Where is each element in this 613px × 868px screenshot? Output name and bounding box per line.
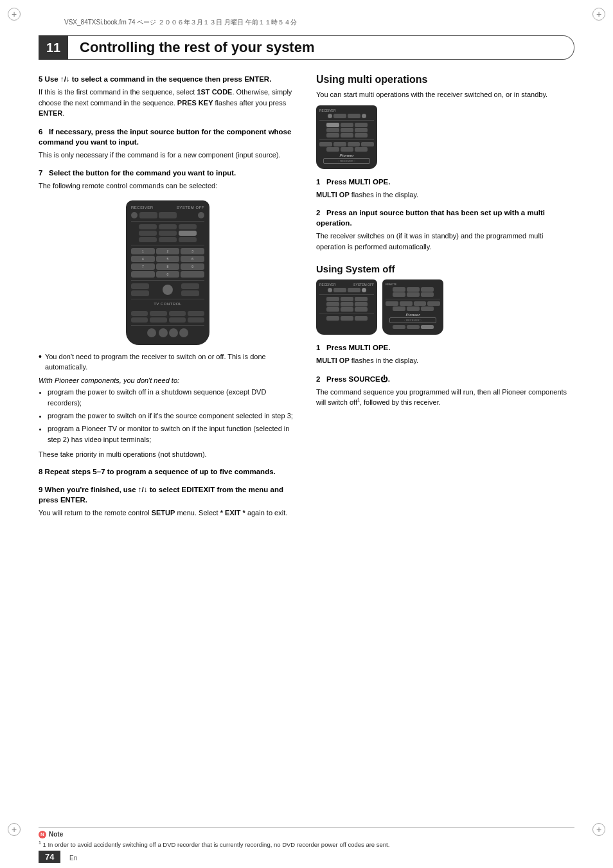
remote-diagram: RECEIVER SYSTEM OFF <box>39 200 297 345</box>
multi-ops-text: You can start multi operations with the … <box>316 89 574 100</box>
note-label: N Note <box>39 831 574 838</box>
system-off-step2-heading: 2 Press SOURCE⏻. <box>316 374 574 384</box>
system-off-remote-2: REMOTE <box>382 279 443 335</box>
chapter-number: 11 <box>39 35 68 60</box>
system-off-step1-text: MULTI OP flashes in the display. <box>316 355 574 366</box>
multi-step1-text: MULTI OP flashes in the display. <box>316 190 574 200</box>
step6-text: This is only necessary if the command is… <box>39 150 297 161</box>
chapter-title-box: Controlling the rest of your system <box>68 35 574 60</box>
system-off-remote-row: RECEIVER SYSTEM OFF <box>316 279 574 335</box>
reg-mark-br <box>592 823 605 836</box>
step8-heading: 8 Repeat steps 5–7 to program a sequence… <box>39 466 297 477</box>
system-off-step1-heading: 1 Press MULTI OPE. <box>316 342 574 353</box>
italic-intro: With Pioneer components, you don't need … <box>39 376 297 384</box>
pioneer-bullets: program the power to switch off in a shu… <box>48 387 297 445</box>
left-column: 5 Use ↑/↓ to select a command in the seq… <box>39 74 297 522</box>
multi-ops-remote: RECEIVER <box>316 105 377 169</box>
priority-text: These take priority in multi operations … <box>39 449 297 460</box>
reg-mark-tr <box>592 8 605 21</box>
note-section: N Note 1 1 In order to avoid accidently … <box>39 827 574 849</box>
system-off-step2-text: The command sequence you programmed will… <box>316 387 574 408</box>
multi-step1-heading: 1 Press MULTI OPE. <box>316 177 574 187</box>
step5-text: If this is the first command in the sequ… <box>39 87 297 119</box>
step6-heading: 6 If necessary, press the input source b… <box>39 127 297 147</box>
main-content: 5 Use ↑/↓ to select a command in the seq… <box>39 74 574 817</box>
bullet-3: program a Pioneer TV or monitor to switc… <box>48 423 297 445</box>
multi-step2-text: The receiver switches on (if it was in s… <box>316 231 574 252</box>
reg-mark-tl <box>8 8 21 21</box>
file-info: VSX_84TXSi.book.fm 74 ページ ２００６年３月１３日 月曜日… <box>64 18 297 27</box>
remote-image: RECEIVER SYSTEM OFF <box>126 200 209 345</box>
step9-heading: 9 When you're finished, use ↑/↓ to selec… <box>39 484 297 505</box>
step7-text: The following remote control commands ca… <box>39 181 297 191</box>
step9-text: You will return to the remote control SE… <box>39 508 297 518</box>
bullet-1: program the power to switch off in a shu… <box>48 387 297 409</box>
auto-bullet: • You don't need to program the receiver… <box>39 351 297 373</box>
multi-ops-heading: Using multi operations <box>316 74 574 85</box>
reg-mark-bl <box>8 823 21 836</box>
right-column: Using multi operations You can start mul… <box>316 74 574 522</box>
multi-ops-remote-row: RECEIVER <box>316 105 574 169</box>
page-number: 74 <box>39 851 60 863</box>
system-off-remote-1: RECEIVER SYSTEM OFF <box>316 279 377 335</box>
step5-heading: 5 Use ↑/↓ to select a command in the seq… <box>39 74 297 84</box>
multi-step2-heading: 2 Press an input source button that has … <box>316 208 574 228</box>
chapter-title: Controlling the rest of your system <box>80 39 315 56</box>
note-text: 1 1 In order to avoid accidently switchi… <box>39 840 574 849</box>
page-lang: En <box>69 855 77 862</box>
note-icon: N <box>39 831 46 838</box>
header-bar: 11 Controlling the rest of your system <box>39 35 574 60</box>
bullet-2: program the power to switch on if it's t… <box>48 411 297 421</box>
system-off-heading: Using System off <box>316 263 574 274</box>
step7-heading: 7 Select the button for the command you … <box>39 168 297 178</box>
